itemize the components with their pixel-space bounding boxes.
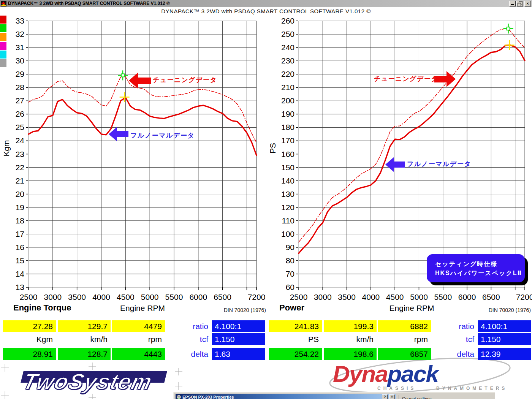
- svg-text:190: 190: [281, 109, 294, 118]
- palette-swatch[interactable]: [0, 16, 6, 24]
- svg-text:5500: 5500: [434, 293, 452, 301]
- torque-normal-value: 27.28: [3, 320, 56, 332]
- dialog-close-button[interactable]: ✕: [389, 394, 395, 399]
- power-normal-value: 241.83: [269, 320, 322, 332]
- printer-icon: [177, 395, 181, 399]
- svg-text:14: 14: [16, 269, 25, 278]
- tcf-value-left: 1.150: [212, 333, 265, 345]
- delta-value-left: 1.63: [212, 348, 265, 360]
- power-normal-label: フルノーマルデータ: [407, 160, 471, 168]
- window-titlebar[interactable]: DYNAPACK™ 3 2WD with PSDAQ SMART CONTROL…: [0, 0, 532, 7]
- minimize-icon: [511, 4, 514, 5]
- dialog-help-button[interactable]: ?: [382, 394, 388, 399]
- torque-normal-rpm: 4479: [112, 320, 165, 332]
- torque-y-axis-title: Kgm: [2, 133, 12, 163]
- svg-text:230: 230: [281, 56, 294, 65]
- svg-text:30: 30: [16, 56, 24, 65]
- dialog-title: EPSON PX-203 Properties: [182, 395, 234, 399]
- tcf-label-right: tcf: [433, 333, 474, 345]
- svg-text:21: 21: [16, 176, 24, 185]
- color-palette: [0, 16, 6, 68]
- svg-text:7200: 7200: [248, 293, 266, 301]
- svg-text:31: 31: [16, 43, 24, 52]
- svg-text:29: 29: [16, 70, 24, 78]
- dialog-titlebar[interactable]: EPSON PX-203 Properties ? ✕: [176, 394, 396, 399]
- svg-text:60: 60: [286, 283, 294, 291]
- svg-text:240: 240: [281, 43, 294, 52]
- svg-text:6500: 6500: [482, 293, 500, 301]
- svg-text:100: 100: [281, 230, 294, 238]
- ratio-label-right: ratio: [433, 320, 474, 332]
- page-title: DYNAPACK™ 3 2WD with PSDAQ SMART CONTROL…: [0, 8, 532, 14]
- dynapack-logo: Dynapack: [333, 360, 438, 387]
- torque-tuned-speed: 128.7: [58, 348, 111, 360]
- power-normal-speed: 199.3: [324, 320, 377, 332]
- window-title: DYNAPACK™ 3 2WD with PSDAQ SMART CONTROL…: [8, 1, 170, 6]
- svg-text:22: 22: [16, 163, 24, 172]
- svg-text:160: 160: [281, 150, 294, 158]
- delta-value-right: 12.39: [478, 348, 531, 360]
- palette-swatch[interactable]: [0, 33, 6, 41]
- svg-text:140: 140: [281, 176, 294, 185]
- palette-swatch[interactable]: [0, 59, 6, 67]
- power-tuning-label: チューニングデータ: [374, 74, 438, 83]
- svg-text:130: 130: [281, 190, 294, 198]
- torque-din-standard: DIN 70020 (1976): [180, 307, 266, 313]
- tcf-label-left: tcf: [167, 333, 208, 345]
- svg-text:4500: 4500: [386, 293, 404, 301]
- speed-unit-left: km/h: [58, 333, 111, 345]
- restore-icon: [517, 2, 522, 5]
- svg-text:17: 17: [16, 230, 24, 238]
- restore-button[interactable]: [516, 1, 523, 6]
- svg-text:33: 33: [16, 16, 24, 25]
- svg-text:3500: 3500: [338, 293, 356, 301]
- dynapack-logo-dyna: Dyna: [333, 361, 388, 387]
- svg-text:27: 27: [16, 96, 24, 105]
- svg-text:3000: 3000: [314, 293, 332, 301]
- power-y-axis-title: PS: [268, 133, 278, 163]
- dynapack-dynamometers-text: DYNAMOMETERS: [436, 386, 507, 391]
- power-tuned-speed: 198.6: [324, 348, 377, 360]
- power-tuned-value: 254.22: [269, 348, 322, 360]
- svg-text:250: 250: [281, 30, 294, 38]
- power-tuned-rpm: 6857: [378, 348, 431, 360]
- delta-label-left: delta: [167, 348, 208, 360]
- rpm-unit-left: rpm: [112, 333, 165, 345]
- speed-unit-right: km/h: [324, 333, 377, 345]
- svg-text:23: 23: [16, 150, 24, 158]
- app-icon: [1, 1, 6, 6]
- svg-text:6000: 6000: [458, 293, 476, 301]
- tcf-value-right: 1.150: [478, 333, 531, 345]
- twosystem-logo: TwoSystem: [21, 369, 155, 394]
- svg-text:180: 180: [281, 123, 294, 131]
- svg-text:150: 150: [281, 163, 294, 172]
- setting-spec-line1: セッティング時仕様: [435, 260, 525, 269]
- delta-label-right: delta: [433, 348, 474, 360]
- svg-text:3500: 3500: [68, 293, 86, 301]
- dialog-current-settings[interactable]: Current settings: [399, 395, 492, 399]
- setting-spec-line2: HKSハイパワースペックLⅡ: [435, 269, 525, 278]
- svg-text:28: 28: [16, 83, 24, 92]
- setting-spec-box: セッティング時仕様 HKSハイパワースペックLⅡ: [427, 254, 525, 282]
- svg-text:2500: 2500: [290, 293, 308, 301]
- svg-text:32: 32: [16, 30, 24, 38]
- svg-text:18: 18: [16, 216, 24, 225]
- svg-text:170: 170: [281, 136, 294, 145]
- close-button[interactable]: ×: [524, 1, 531, 6]
- rpm-unit-right: rpm: [378, 333, 431, 345]
- svg-text:120: 120: [281, 203, 294, 212]
- ratio-label-left: ratio: [167, 320, 208, 332]
- palette-swatch[interactable]: [0, 24, 6, 32]
- minimize-button[interactable]: [509, 1, 516, 6]
- torque-tuned-value: 28.91: [3, 348, 56, 360]
- power-din-standard: DIN 70020 (1976): [445, 307, 531, 313]
- svg-text:6500: 6500: [214, 293, 231, 301]
- palette-swatch[interactable]: [0, 42, 6, 50]
- svg-text:25: 25: [16, 123, 24, 131]
- epson-properties-dialog[interactable]: EPSON PX-203 Properties ? ✕ Current sett…: [173, 392, 495, 399]
- torque-tuning-label: チューニングデータ: [153, 76, 217, 84]
- dynapack-chassis-text: CHASSIS: [377, 386, 416, 391]
- svg-text:5000: 5000: [141, 293, 159, 301]
- power-unit: PS: [269, 333, 322, 345]
- palette-swatch[interactable]: [0, 51, 6, 59]
